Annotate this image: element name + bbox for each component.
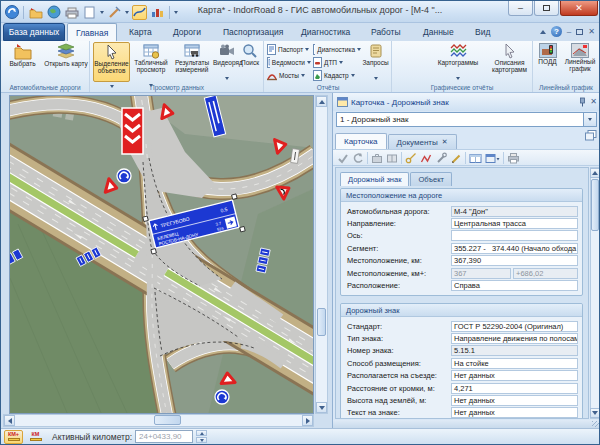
printer-icon[interactable]: [507, 152, 520, 164]
select-objects-button[interactable]: Выделение объектов: [93, 42, 130, 82]
stepper-down-button[interactable]: [196, 437, 207, 443]
undo-icon[interactable]: [352, 152, 364, 164]
tab-close-icon[interactable]: ✕: [442, 138, 448, 146]
minimize-child-icon[interactable]: –: [567, 28, 571, 36]
property-value[interactable]: Нет данных: [451, 370, 578, 381]
mandatory-direction-sign[interactable]: [117, 169, 131, 183]
km-toggle[interactable]: КМ: [26, 430, 45, 444]
passport-button[interactable]: Паспорт: [267, 43, 311, 56]
scroll-up-button[interactable]: [590, 168, 600, 178]
maximize-button[interactable]: [534, 1, 559, 16]
spline-highlight-icon[interactable]: [132, 5, 147, 20]
wrench-icon[interactable]: [435, 152, 447, 164]
window-dropdown-icon[interactable]: [485, 152, 500, 164]
mosty-button[interactable]: Мосты: [267, 69, 311, 82]
map-canvas[interactable]: ТРЕГУБОВО 0.5 БЕЛЕВЕЦ РОСТОВ-НА-ДОНУ 3.7…: [10, 96, 314, 414]
property-value[interactable]: [451, 230, 578, 241]
subtab-object[interactable]: Объект: [410, 172, 452, 186]
key-icon[interactable]: [405, 152, 417, 164]
diagnostika-button[interactable]: Диагностика: [313, 43, 361, 56]
tab-glavnaya[interactable]: Главная: [67, 23, 117, 41]
restore-child-icon[interactable]: [576, 29, 583, 35]
collapse-ribbon-icon[interactable]: [540, 30, 546, 34]
property-value[interactable]: Справа: [451, 280, 578, 291]
km-plus-toggle[interactable]: КМ+: [4, 430, 23, 444]
briefcase-icon[interactable]: [371, 152, 383, 164]
property-value[interactable]: 355.227 - 374.440 (Начало обхода г.Еле..…: [451, 243, 578, 254]
file-tab[interactable]: База данных: [3, 23, 65, 41]
property-value[interactable]: 4,271: [451, 383, 578, 394]
search-button[interactable]: Поиск: [237, 42, 263, 82]
tab-karta[interactable]: Карта: [121, 23, 160, 41]
accept-icon[interactable]: [337, 152, 349, 164]
panel-scrollbar[interactable]: [590, 167, 600, 419]
print-icon[interactable]: [64, 5, 79, 20]
property-value[interactable]: Нет данных: [451, 395, 578, 406]
mandatory-direction-sign[interactable]: [215, 390, 229, 404]
cartograms-button[interactable]: Картограммы: [430, 42, 486, 82]
scroll-up-button[interactable]: [316, 96, 327, 107]
property-value-2[interactable]: +686,02: [513, 268, 578, 279]
vedomosti-button[interactable]: Ведомости: [267, 56, 311, 69]
measure-results-button[interactable]: Результаты измерений: [172, 42, 212, 82]
tab-dokumenty[interactable]: Документы✕: [388, 134, 457, 149]
new-page-icon[interactable]: [82, 5, 97, 20]
scroll-down-button[interactable]: [590, 408, 600, 418]
draw-tools-dropdown-icon[interactable]: [125, 11, 129, 14]
map-horizontal-scrollbar[interactable]: [3, 414, 314, 427]
choose-road-button[interactable]: Выбрать: [3, 42, 42, 82]
stepper-up-button[interactable]: [196, 430, 207, 436]
property-value[interactable]: 5.15.1: [451, 345, 578, 356]
app-menu-icon[interactable]: [4, 5, 19, 20]
property-value[interactable]: Нет данных: [451, 407, 578, 418]
property-value[interactable]: Направление движения по полосам: [451, 333, 578, 344]
book-icon[interactable]: [386, 152, 398, 164]
kadastr-button[interactable]: Кадастр: [313, 69, 361, 82]
panel-scroll-thumb[interactable]: [591, 179, 599, 231]
open-map-button[interactable]: Открыть карту: [44, 42, 88, 82]
minimize-button[interactable]: –: [508, 1, 533, 16]
property-value[interactable]: М-4 "Дон": [451, 206, 578, 217]
close-button[interactable]: ✕: [560, 1, 598, 16]
scroll-right-button[interactable]: [302, 415, 313, 426]
globe-icon[interactable]: [46, 5, 61, 20]
scroll-down-button[interactable]: [316, 402, 327, 413]
help-icon[interactable]: ?: [551, 26, 562, 37]
horizontal-scroll-thumb[interactable]: [154, 415, 181, 425]
map-viewport[interactable]: ТРЕГУБОВО 0.5 БЕЛЕВЕЦ РОСТОВ-НА-ДОНУ 3.7…: [9, 95, 314, 414]
map-vertical-scrollbar[interactable]: [315, 95, 328, 414]
table-icon[interactable]: [469, 152, 482, 164]
chevron-turn-sign[interactable]: [122, 108, 143, 154]
resize-grip[interactable]: [592, 421, 600, 427]
km-post-sign[interactable]: [291, 149, 300, 164]
open-folder-icon[interactable]: [28, 5, 43, 20]
tab-dannye[interactable]: Данные: [415, 23, 462, 41]
new-page-dropdown-icon[interactable]: [100, 11, 104, 14]
tab-diagnostika[interactable]: Диагностика: [293, 23, 358, 41]
dtp-button[interactable]: ДТП: [313, 56, 361, 69]
property-value[interactable]: Центральная трасса: [451, 218, 578, 229]
object-selector[interactable]: 1 - Дорожный знак: [336, 112, 584, 127]
property-value[interactable]: ГОСТ Р 52290-2004 (Оригинал): [451, 321, 578, 332]
pin-icon[interactable]: [578, 97, 587, 107]
podd-button[interactable]: ПОДД: [534, 42, 561, 82]
property-value[interactable]: 367: [451, 268, 511, 279]
tab-pasportizaciya[interactable]: Паспортизация: [215, 23, 291, 41]
queries-button[interactable]: Запросы: [361, 42, 390, 82]
property-value[interactable]: 367,390: [451, 255, 578, 266]
tab-dorogi[interactable]: Дороги: [165, 23, 209, 41]
linear-graph-button[interactable]: Линейный график: [562, 42, 598, 82]
close-child-icon[interactable]: ✕: [588, 28, 595, 36]
subtab-road-sign[interactable]: Дорожный знак: [340, 172, 409, 186]
tab-kartochka[interactable]: Карточка: [335, 133, 387, 149]
pencil-icon[interactable]: [450, 152, 462, 164]
scroll-left-button[interactable]: [4, 415, 15, 426]
table-view-button[interactable]: Табличный просмотр: [131, 42, 171, 82]
property-value[interactable]: На стойке: [451, 358, 578, 369]
draw-tools-icon[interactable]: [107, 5, 122, 20]
route-edit-icon[interactable]: [420, 152, 432, 164]
vertical-scroll-thumb[interactable]: [317, 308, 326, 336]
cartogram-descriptions-button[interactable]: Описания картограмм: [487, 42, 532, 82]
km-stepper[interactable]: [196, 430, 207, 443]
tab-raboty[interactable]: Работы: [363, 23, 409, 41]
